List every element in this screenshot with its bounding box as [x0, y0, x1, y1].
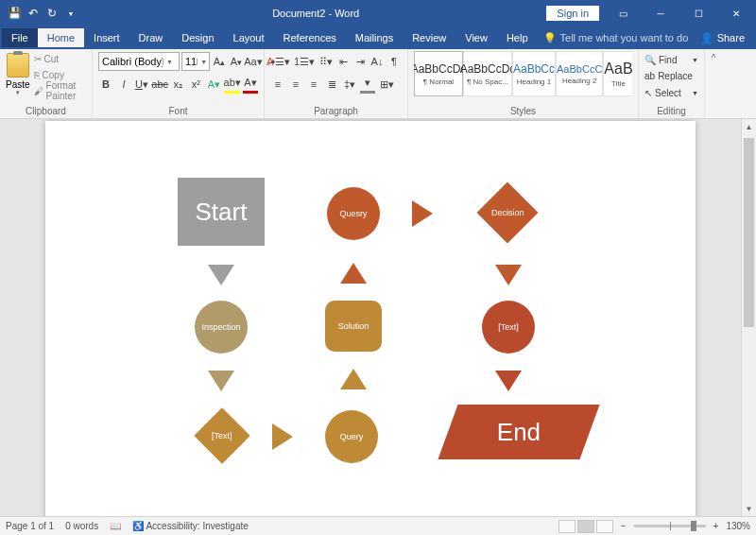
redo-icon[interactable]: ↻ — [45, 7, 59, 20]
shape-quesry[interactable]: Quesry — [327, 187, 380, 240]
arrow-up-icon[interactable] — [340, 369, 367, 389]
share-button[interactable]: 👤 Share — [691, 28, 754, 48]
align-right-button[interactable]: ≡ — [306, 75, 321, 94]
superscript-button[interactable]: x² — [188, 75, 203, 94]
multilevel-list-button[interactable]: ⠿▾ — [318, 52, 334, 71]
zoom-out-button[interactable]: − — [621, 521, 627, 531]
justify-button[interactable]: ≣ — [324, 75, 339, 94]
sort-button[interactable]: A↓ — [369, 52, 385, 71]
page-canvas[interactable]: Start Quesry Decision Inspection Solutio… — [45, 121, 696, 516]
style-heading-1[interactable]: AaBbCcHeading 1 — [512, 51, 556, 96]
align-left-button[interactable]: ≡ — [270, 75, 285, 94]
style-normal[interactable]: AaBbCcDc¶ Normal — [414, 51, 463, 96]
shrink-font-button[interactable]: A▾ — [229, 52, 244, 71]
tab-layout[interactable]: Layout — [224, 28, 274, 47]
paste-button[interactable]: Paste ▼ — [6, 51, 30, 100]
undo-icon[interactable]: ↶ — [26, 7, 40, 20]
scroll-thumb[interactable] — [744, 138, 754, 327]
grow-font-button[interactable]: A▴ — [212, 52, 227, 71]
arrow-down-icon[interactable] — [495, 265, 522, 285]
font-size-combo[interactable]: 11▼ — [181, 52, 210, 71]
arrow-down-icon[interactable] — [208, 371, 234, 391]
arrow-right-icon[interactable] — [412, 200, 433, 227]
decrease-indent-button[interactable]: ⇤ — [335, 52, 351, 71]
status-words[interactable]: 0 words — [65, 521, 98, 531]
minimize-icon[interactable]: ─ — [646, 0, 675, 26]
zoom-slider[interactable] — [634, 525, 706, 527]
bullets-button[interactable]: •☰▾ — [270, 52, 291, 71]
shape-text-diamond[interactable]: [Text] — [194, 407, 249, 463]
borders-button[interactable]: ⊞▾ — [378, 75, 396, 94]
ribbon-options-icon[interactable]: ▭ — [609, 0, 637, 26]
shape-end[interactable]: End — [438, 405, 599, 459]
zoom-handle[interactable] — [691, 521, 696, 531]
show-marks-button[interactable]: ¶ — [387, 52, 402, 71]
tab-references[interactable]: References — [274, 28, 346, 47]
tab-review[interactable]: Review — [403, 28, 455, 47]
collapse-ribbon-icon[interactable]: ^ — [705, 49, 722, 118]
status-accessibility[interactable]: ♿ Accessibility: Investigate — [132, 521, 249, 531]
shape-start[interactable]: Start — [178, 178, 265, 246]
underline-button[interactable]: U▾ — [134, 75, 149, 94]
change-case-button[interactable]: Aa▾ — [246, 52, 261, 71]
tab-help[interactable]: Help — [497, 28, 538, 47]
replace-button[interactable]: abReplace — [644, 69, 698, 83]
style-heading-2[interactable]: AaBbCcCHeading 2 — [556, 51, 603, 96]
align-center-button[interactable]: ≡ — [288, 75, 303, 94]
zoom-level[interactable]: 130% — [726, 521, 750, 531]
read-mode-button[interactable] — [558, 520, 576, 533]
tab-home[interactable]: Home — [38, 28, 84, 47]
print-layout-button[interactable] — [577, 520, 594, 533]
cut-button[interactable]: ✂Cut — [34, 51, 86, 66]
tab-view[interactable]: View — [455, 28, 497, 47]
qat-customize-icon[interactable]: ▼ — [64, 7, 77, 20]
tell-me-search[interactable]: 💡 Tell me what you want to do — [543, 32, 689, 44]
style-no-spacing[interactable]: AaBbCcDc¶ No Spac... — [463, 51, 512, 96]
status-page[interactable]: Page 1 of 1 — [6, 521, 54, 531]
tab-insert[interactable]: Insert — [84, 28, 129, 47]
tab-mailings[interactable]: Mailings — [346, 28, 403, 47]
tab-design[interactable]: Design — [172, 28, 223, 47]
vertical-scrollbar[interactable]: ▲ ▼ — [741, 119, 756, 516]
zoom-in-button[interactable]: + — [713, 521, 719, 531]
increase-indent-button[interactable]: ⇥ — [352, 52, 368, 71]
shape-solution[interactable]: Solution — [325, 301, 382, 352]
strikethrough-button[interactable]: abc — [152, 75, 167, 94]
accessibility-icon: ♿ — [132, 521, 144, 531]
shading-button[interactable]: ▾ — [360, 75, 375, 94]
highlight-button[interactable]: ab▾ — [224, 75, 240, 94]
arrow-right-icon[interactable] — [272, 423, 293, 450]
select-button[interactable]: ↖Select▼ — [644, 86, 698, 100]
web-layout-button[interactable] — [596, 520, 613, 533]
style-title[interactable]: AaBTitle — [603, 51, 632, 96]
paste-icon — [7, 53, 29, 78]
arrow-up-icon[interactable] — [340, 263, 367, 284]
close-icon[interactable]: ✕ — [722, 0, 750, 26]
tab-file[interactable]: File — [2, 28, 38, 47]
save-icon[interactable]: 💾 — [8, 7, 21, 20]
shape-query[interactable]: Query — [325, 410, 378, 463]
numbering-button[interactable]: 1☰▾ — [293, 52, 316, 71]
find-button[interactable]: 🔍Find▼ — [644, 53, 698, 67]
sign-in-button[interactable]: Sign in — [546, 6, 599, 21]
format-painter-button[interactable]: 🖌Format Painter — [34, 83, 86, 98]
arrow-down-icon[interactable] — [495, 371, 522, 391]
cursor-icon: ↖ — [644, 88, 652, 98]
scroll-down-icon[interactable]: ▼ — [742, 501, 756, 516]
font-color-button[interactable]: A▾ — [243, 75, 258, 94]
tab-draw[interactable]: Draw — [129, 28, 173, 47]
shape-inspection[interactable]: Inspection — [195, 301, 248, 354]
line-spacing-button[interactable]: ‡▾ — [342, 75, 357, 94]
italic-button[interactable]: I — [116, 75, 131, 94]
font-family-combo[interactable]: Calibri (Body)▼ — [98, 52, 180, 71]
maximize-icon[interactable]: ☐ — [684, 0, 713, 26]
spell-check-icon[interactable]: 📖 — [110, 521, 121, 531]
shape-decision[interactable]: Decision — [476, 181, 538, 243]
tell-me-label: Tell me what you want to do — [560, 32, 689, 43]
scroll-up-icon[interactable]: ▲ — [742, 119, 756, 134]
subscript-button[interactable]: x₂ — [170, 75, 185, 94]
shape-text-right[interactable]: [Text] — [482, 301, 535, 354]
arrow-down-icon[interactable] — [208, 265, 234, 285]
text-effects-button[interactable]: A▾ — [206, 75, 221, 94]
bold-button[interactable]: B — [98, 75, 113, 94]
